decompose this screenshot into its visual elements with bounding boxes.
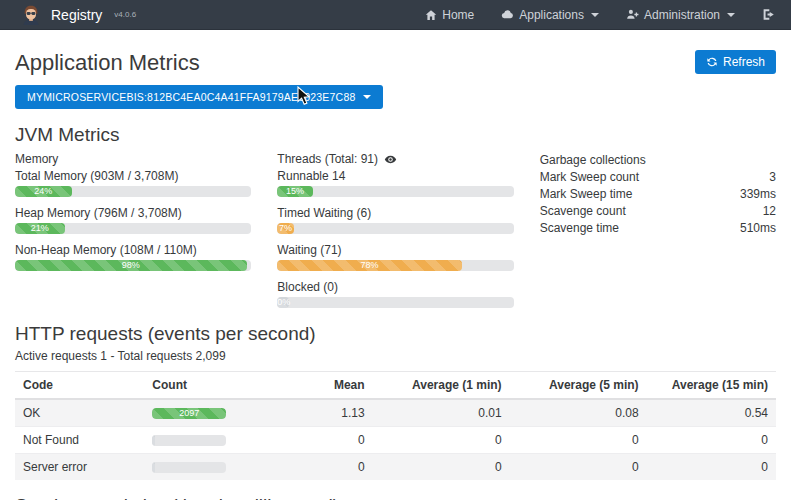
col-header-avg5: Average (5 min) — [510, 372, 647, 400]
gc-label: Scavenge time — [540, 220, 619, 237]
gc-row: Scavenge count 12 — [540, 203, 776, 220]
chevron-down-icon — [727, 13, 735, 17]
gc-column: Garbage collections Mark Sweep count 3 M… — [540, 152, 776, 308]
http-avg5: 0 — [510, 427, 647, 454]
services-statistics-title: Services statistics (time in millisecond… — [15, 495, 776, 500]
http-requests-title: HTTP requests (events per second) — [15, 323, 776, 345]
jvm-metrics-title: JVM Metrics — [15, 124, 776, 146]
gc-row: Mark Sweep time 339ms — [540, 186, 776, 203]
instance-selector-label: MYMICROSERVICEBIS:812BC4EA0C4A41FFA9179A… — [27, 91, 355, 103]
col-header-mean: Mean — [274, 372, 373, 400]
gc-label: Scavenge count — [540, 203, 626, 220]
progress-fill: 7% — [277, 223, 294, 234]
nav-home-label: Home — [442, 8, 474, 22]
runnable-label: Runnable 14 — [277, 169, 513, 183]
brand-link[interactable]: Registry v4.0.6 — [20, 4, 136, 26]
blocked-label: Blocked (0) — [277, 280, 513, 294]
progress-fill: 15% — [277, 186, 312, 197]
gc-value: 339ms — [740, 186, 776, 203]
blocked-progressbar: 0% — [277, 297, 513, 308]
sign-out-button[interactable] — [762, 8, 775, 21]
nav-item-home[interactable]: Home — [425, 8, 474, 22]
progress-fill: 78% — [277, 260, 461, 271]
heap-memory-label: Heap Memory (796M / 3,708M) — [15, 206, 251, 220]
eye-icon — [384, 153, 397, 166]
table-row: Not Found 0 0 0 0 — [15, 427, 776, 454]
jvm-metrics-grid: Memory Total Memory (903M / 3,708M) 24% … — [15, 152, 776, 308]
timed-waiting-label: Timed Waiting (6) — [277, 206, 513, 220]
table-row: OK 2097 1.13 0.01 0.08 0.54 — [15, 399, 776, 427]
http-code: Not Found — [15, 427, 144, 454]
http-avg15: 0 — [647, 427, 776, 454]
brand-name: Registry — [51, 7, 102, 23]
nav-item-administration[interactable]: Administration — [626, 8, 735, 22]
refresh-button[interactable]: Refresh — [695, 50, 776, 74]
gc-label: Mark Sweep count — [540, 169, 639, 186]
heap-memory-progressbar: 21% — [15, 223, 251, 234]
http-requests-table: Code Count Mean Average (1 min) Average … — [15, 371, 776, 480]
col-header-avg1: Average (1 min) — [373, 372, 510, 400]
gc-label: Mark Sweep time — [540, 186, 633, 203]
http-code: OK — [15, 399, 144, 427]
http-mean: 0 — [274, 427, 373, 454]
gc-value: 510ms — [740, 220, 776, 237]
runnable-progressbar: 15% — [277, 186, 513, 197]
http-avg15: 0.54 — [647, 399, 776, 427]
progress-fill — [152, 435, 154, 446]
home-icon — [425, 9, 437, 21]
total-memory-label: Total Memory (903M / 3,708M) — [15, 169, 251, 183]
http-avg1: 0 — [373, 454, 510, 481]
memory-column: Memory Total Memory (903M / 3,708M) 24% … — [15, 152, 251, 308]
progress-fill — [152, 462, 154, 473]
refresh-label: Refresh — [723, 55, 765, 69]
http-mean: 1.13 — [274, 399, 373, 427]
user-plus-icon — [626, 8, 639, 21]
chevron-down-icon — [591, 13, 599, 17]
nav-item-applications[interactable]: Applications — [501, 8, 599, 22]
nonheap-memory-progressbar: 98% — [15, 260, 251, 271]
http-avg5: 0 — [510, 454, 647, 481]
brand-version: v4.0.6 — [114, 10, 136, 19]
progress-fill: 24% — [15, 186, 72, 197]
gc-value: 12 — [763, 203, 776, 220]
http-requests-subtitle: Active requests 1 - Total requests 2,099 — [15, 349, 776, 363]
instance-selector-dropdown[interactable]: MYMICROSERVICEBIS:812BC4EA0C4A41FFA9179A… — [15, 85, 383, 109]
threads-title: Threads (Total: 91) — [277, 152, 378, 166]
col-header-avg15: Average (15 min) — [647, 372, 776, 400]
progress-fill: 21% — [15, 223, 65, 234]
thread-dump-eye-button[interactable] — [384, 153, 397, 166]
navbar: Registry v4.0.6 Home Applications Admini… — [0, 0, 791, 30]
memory-title: Memory — [15, 152, 251, 166]
http-avg15: 0 — [647, 454, 776, 481]
http-avg1: 0.01 — [373, 399, 510, 427]
col-header-count: Count — [144, 372, 273, 400]
nav-administration-label: Administration — [644, 8, 720, 22]
waiting-label: Waiting (71) — [277, 243, 513, 257]
http-count-progressbar — [152, 462, 226, 473]
http-count-progressbar — [152, 435, 226, 446]
hipster-avatar-logo — [20, 4, 42, 26]
progress-fill: 2097 — [152, 408, 226, 419]
http-avg1: 0 — [373, 427, 510, 454]
cloud-icon — [501, 8, 514, 21]
gc-value: 3 — [769, 169, 776, 186]
nav-applications-label: Applications — [519, 8, 584, 22]
table-header-row: Code Count Mean Average (1 min) Average … — [15, 372, 776, 400]
http-count-progressbar: 2097 — [152, 408, 226, 419]
http-mean: 0 — [274, 454, 373, 481]
nav-menu: Home Applications Administration — [425, 8, 775, 22]
gc-row: Scavenge time 510ms — [540, 220, 776, 237]
page-title: Application Metrics — [15, 50, 200, 76]
threads-column: Threads (Total: 91) Runnable 14 15% Time… — [277, 152, 513, 308]
nonheap-memory-label: Non-Heap Memory (108M / 110M) — [15, 243, 251, 257]
table-row: Server error 0 0 0 0 — [15, 454, 776, 481]
progress-fill: 0% — [277, 297, 289, 308]
total-memory-progressbar: 24% — [15, 186, 251, 197]
timed-waiting-progressbar: 7% — [277, 223, 513, 234]
progress-fill: 98% — [15, 260, 247, 271]
refresh-icon — [706, 56, 718, 68]
http-avg5: 0.08 — [510, 399, 647, 427]
chevron-down-icon — [363, 95, 371, 99]
gc-row: Mark Sweep count 3 — [540, 169, 776, 186]
gc-title: Garbage collections — [540, 152, 776, 169]
